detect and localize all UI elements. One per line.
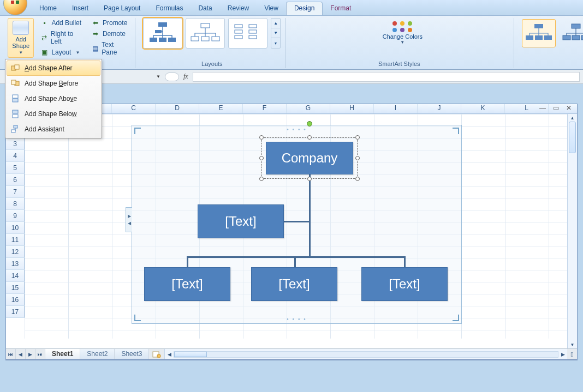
scroll-up-icon[interactable]: ▲ [568,114,577,122]
resize-handle[interactable] [355,135,360,140]
org-node-sub[interactable]: [Text] [251,267,337,301]
right-to-left-button[interactable]: ⇄ Right to Left [37,29,85,46]
row-header[interactable]: 4 [6,150,25,162]
svg-rect-12 [249,25,257,28]
resize-handle[interactable] [307,135,312,140]
add-bullet-button[interactable]: ▪ Add Bullet [37,18,85,28]
new-sheet-button[interactable] [149,349,164,359]
scroll-thumb[interactable] [174,352,207,357]
formula-input[interactable] [193,72,580,82]
scroll-left-icon[interactable]: ◀ [165,352,174,357]
menu-add-shape-above[interactable]: Add Shape Above [7,91,100,106]
tab-home[interactable]: Home [32,2,64,15]
resize-handle[interactable] [355,177,360,181]
tab-page-layout[interactable]: Page Layout [96,2,148,15]
office-button[interactable] [3,0,27,15]
add-shape-button[interactable]: Add Shape ▼ [8,18,34,58]
org-node-assistant[interactable]: [Text] [198,204,284,238]
vertical-scrollbar[interactable]: ▲ ▼ [567,114,577,348]
sheet-tab-1[interactable]: Sheet1 [45,349,80,359]
sheet-nav-last[interactable]: ⏭ [35,349,45,359]
style-thumb-2[interactable] [559,19,583,47]
menu-add-shape-below[interactable]: Add Shape Below [7,106,100,122]
style-thumb-1[interactable] [522,19,556,47]
scroll-thumb[interactable] [569,122,576,153]
name-box[interactable]: ▼ [156,74,160,79]
sheet-nav-prev[interactable]: ◀ [16,349,26,359]
row-header[interactable]: 3 [6,138,25,150]
rtl-icon: ⇄ [40,34,47,41]
col-header[interactable]: G [287,104,330,113]
menu-add-assistant[interactable]: Add Assistant [7,122,100,137]
col-header[interactable]: E [199,104,243,113]
insert-function-button[interactable] [165,73,179,81]
menu-add-shape-before[interactable]: Add Shape Before [7,76,100,91]
row-header[interactable]: 8 [6,198,25,210]
row-header[interactable]: 9 [6,210,25,222]
row-header[interactable]: 12 [6,246,25,258]
gallery-scroll-up[interactable]: ▲ [271,19,280,28]
text-pane-button[interactable]: ▤ Text Pane [88,40,130,57]
row-header[interactable]: 16 [6,294,25,306]
row-header[interactable]: 11 [6,234,25,246]
layout-button[interactable]: ▣ Layout ▼ [37,47,85,57]
view-split-icon[interactable]: ▯ [567,349,577,359]
col-header[interactable]: J [418,104,461,113]
sheet-nav-next[interactable]: ▶ [26,349,35,359]
tab-review[interactable]: Review [220,2,257,15]
col-header[interactable]: C [112,104,156,113]
close-button[interactable]: ✕ [564,104,574,112]
sheet-nav-first[interactable]: ⏮ [6,349,16,359]
minimize-button[interactable]: — [538,104,548,112]
text-pane-toggle[interactable]: ▶◀ [126,207,132,232]
org-node-sub[interactable]: [Text] [144,267,230,301]
horizontal-scrollbar[interactable]: ◀ ▶ [164,349,567,359]
rotate-handle[interactable] [307,121,312,126]
sheet-tab-2[interactable]: Sheet2 [80,349,115,359]
svg-rect-21 [572,35,580,40]
layout-thumb-1[interactable] [143,18,182,49]
col-header[interactable]: K [461,104,505,113]
resize-handle[interactable] [259,156,264,160]
tab-formulas[interactable]: Formulas [148,2,191,15]
tab-design[interactable]: Design [286,2,323,15]
row-header[interactable]: 15 [6,282,25,294]
restore-button[interactable]: ▭ [551,104,561,112]
gallery-scroll-down[interactable]: ▼ [271,28,280,38]
menu-item-label: Add Shape Below [25,110,76,118]
sheet-tab-3[interactable]: Sheet3 [115,349,149,359]
resize-handle[interactable] [259,135,264,140]
row-header[interactable]: 17 [6,306,25,318]
tab-insert[interactable]: Insert [64,2,96,15]
row-header[interactable]: 6 [6,174,25,186]
layout-thumb-2[interactable] [186,18,225,49]
scroll-right-icon[interactable]: ▶ [558,352,567,357]
grip-icon[interactable]: • • • • [287,126,306,132]
menu-add-shape-after[interactable]: Add Shape After [7,61,100,76]
tab-format[interactable]: Format [323,2,359,15]
row-header[interactable]: 13 [6,258,25,270]
row-header[interactable]: 5 [6,162,25,174]
promote-label: Promote [103,19,127,27]
layout-thumb-3[interactable] [228,18,267,49]
scroll-down-icon[interactable]: ▼ [568,341,577,348]
row-header[interactable]: 7 [6,186,25,198]
demote-button[interactable]: ➡ Demote [88,29,130,39]
col-header[interactable]: H [330,104,374,113]
gallery-more-icon[interactable]: ▾ [271,38,280,48]
col-header[interactable]: D [156,104,199,113]
resize-handle[interactable] [355,156,360,160]
col-header[interactable]: I [374,104,418,113]
tab-data[interactable]: Data [191,2,219,15]
col-header[interactable]: F [243,104,287,113]
grip-icon[interactable]: • • • • [287,316,306,322]
row-header[interactable]: 10 [6,222,25,234]
org-node-sub[interactable]: [Text] [361,267,448,301]
resize-handle[interactable] [259,177,264,181]
promote-button[interactable]: ⬅ Promote [88,18,130,28]
smartart-object[interactable]: • • • • • • • • ▶◀ Company [Text] [Text]… [132,125,462,324]
row-header[interactable]: 14 [6,270,25,282]
change-colors-button[interactable]: Change Colors ▼ [293,18,511,46]
resize-handle[interactable] [307,177,312,181]
tab-view[interactable]: View [257,2,286,15]
